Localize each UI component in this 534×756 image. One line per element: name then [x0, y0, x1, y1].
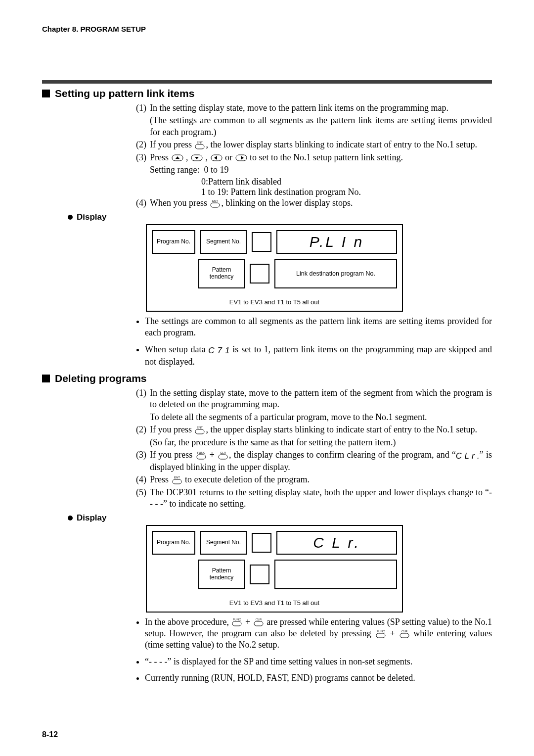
fig-lower-display — [274, 560, 397, 589]
step-subtext: (So far, the procedure is the same as th… — [150, 437, 492, 448]
fig-text: tendency — [199, 574, 244, 581]
bullet-item: In the above procedure, + are pressed wh… — [145, 616, 492, 651]
down-key-icon — [191, 154, 203, 161]
display-label: Display — [77, 513, 106, 523]
step-num: (1) — [136, 102, 150, 138]
step-text: If you press — [150, 450, 195, 460]
func-key-icon — [375, 630, 386, 638]
setting-range-label: Setting range: — [150, 165, 199, 175]
step-num: (2) — [136, 424, 150, 448]
display-subheading: Display — [68, 212, 106, 222]
bullet-dot-icon — [68, 516, 73, 520]
seg7-inline: C L r . — [456, 451, 480, 461]
step-text: In the setting display state, move to th… — [150, 388, 492, 409]
fig-bottom-text: EV1 to EV3 and T1 to T5 all out — [152, 298, 397, 306]
step-text: , the display changes to confirm clearin… — [229, 450, 456, 460]
step-text: , — [203, 152, 210, 162]
fig-text: Pattern — [199, 267, 244, 274]
fig-lower-display: Link destination program No. — [274, 259, 397, 288]
func-key-icon — [231, 618, 242, 626]
display-label: Display — [77, 212, 106, 222]
fig-program-no: Program No. — [152, 531, 195, 555]
right-key-icon — [235, 154, 247, 161]
seg7-text: P.L I n — [310, 234, 364, 250]
fig-bottom-text: EV1 to EV3 and T1 to T5 all out — [152, 599, 397, 607]
chapter-header: Chapter 8. PROGRAM SETUP — [42, 25, 492, 33]
fig-program-no: Program No. — [152, 230, 195, 254]
left-key-icon — [211, 154, 222, 161]
step-num: (3) — [136, 449, 150, 473]
section-title-deleting: Deleting programs — [42, 373, 492, 384]
step-text: If you press — [150, 425, 194, 434]
step-text: , the lower display starts blinking to i… — [206, 140, 477, 149]
up-key-icon — [172, 154, 183, 161]
page-number: 8-12 — [42, 730, 58, 739]
fig-box — [250, 565, 269, 584]
fig-box — [252, 533, 271, 553]
step-num: (3) — [136, 152, 150, 176]
seg7-inline: C 7 1 — [208, 346, 229, 355]
square-bullet-icon — [42, 375, 50, 382]
range-line: 0:Pattern link disabled — [136, 177, 492, 187]
step-text: , — [184, 152, 191, 162]
bullet-item: “- - - -” is displayed for the SP and ti… — [145, 656, 492, 667]
step-text: In the setting display state, move to th… — [150, 103, 448, 113]
step-num: (4) — [136, 474, 150, 485]
display-figure-2: Program No. Segment No. C L r. Patternte… — [146, 525, 403, 613]
section-title-text: Deleting programs — [55, 373, 147, 384]
section-rule — [42, 80, 492, 84]
ent-key-icon — [210, 200, 221, 208]
step-text: , blinking on the lower display stops. — [221, 198, 353, 208]
step-subtext: To delete all the segments of a particul… — [150, 412, 492, 423]
func-key-icon — [196, 452, 207, 460]
fig-upper-display: P.L I n — [276, 230, 397, 254]
fig-text: Link destination program No. — [296, 270, 375, 277]
display-subheading: Display — [68, 513, 106, 523]
fig-pattern-tendency: Patterntendency — [198, 259, 245, 288]
step-text: + — [207, 450, 218, 460]
bullet-item: Currently running (RUN, HOLD, FAST, END)… — [145, 672, 492, 684]
fig-pattern-tendency: Patterntendency — [198, 560, 245, 589]
step-num: (1) — [136, 387, 150, 423]
step-text: or — [223, 152, 235, 162]
clr-key-icon — [253, 618, 264, 626]
clr-key-icon — [218, 452, 228, 460]
step-text: , the upper display starts blinking to i… — [206, 425, 477, 434]
step-text: Press — [150, 152, 171, 162]
bullet-item: When setup data C 7 1 is set to 1, patte… — [145, 344, 492, 368]
step-text: The DCP301 returns to the setting displa… — [150, 487, 492, 510]
bullet-text: When setup data — [145, 344, 208, 354]
step-text: to set to the No.1 setup pattern link se… — [248, 152, 403, 162]
range-line: 1 to 19: Pattern link destination progra… — [136, 187, 492, 197]
fig-box — [252, 232, 271, 252]
fig-segment-no: Segment No. — [200, 230, 247, 254]
step-subtext: (The settings are common to all segments… — [150, 115, 492, 138]
section-title-pattern-link: Setting up pattern link items — [42, 88, 492, 99]
ent-key-icon — [172, 476, 182, 484]
step-num: (5) — [136, 487, 150, 510]
fig-text: Pattern — [199, 567, 244, 574]
bullet-item: The settings are common to all segments … — [145, 316, 492, 339]
fig-upper-display: C L r. — [276, 531, 397, 555]
seg7-text: C L r. — [313, 534, 360, 551]
step-text: When you press — [150, 198, 209, 208]
setting-range-value: 0 to 19 — [204, 165, 228, 175]
clr-key-icon — [399, 630, 410, 638]
step-text: Press — [150, 474, 171, 484]
square-bullet-icon — [42, 90, 50, 97]
fig-segment-no: Segment No. — [200, 531, 247, 555]
bullet-dot-icon — [68, 215, 73, 220]
section-title-text: Setting up pattern link items — [55, 88, 194, 99]
fig-text: tendency — [199, 274, 244, 281]
ent-key-icon — [194, 426, 205, 434]
step-text: to execute deletion of the program. — [183, 474, 310, 484]
step-num: (2) — [136, 139, 150, 150]
step-num: (4) — [136, 197, 150, 209]
bullet-text: In the above procedure, — [145, 617, 231, 627]
step-text: If you press — [150, 140, 194, 149]
ent-key-icon — [194, 142, 205, 149]
bullet-text: + — [243, 617, 252, 627]
bullet-text: + — [387, 628, 399, 638]
display-figure-1: Program No. Segment No. P.L I n Patternt… — [146, 224, 403, 312]
fig-box — [250, 264, 269, 284]
